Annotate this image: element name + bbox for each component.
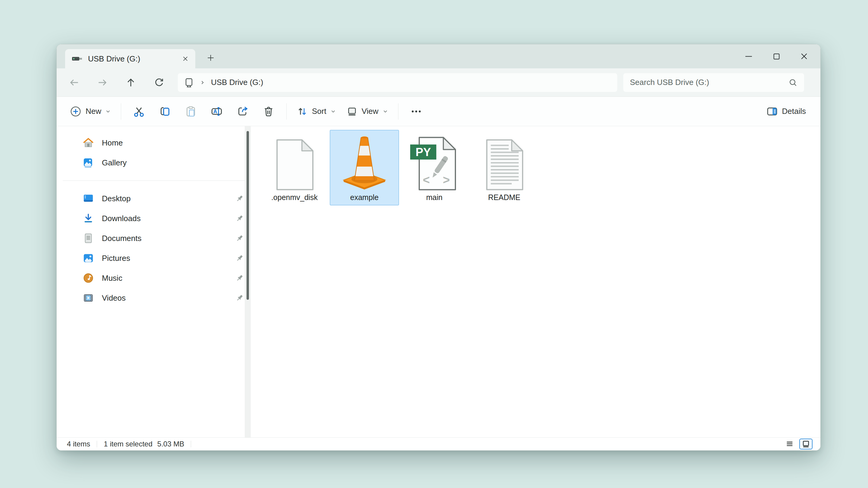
documents-icon [83,233,94,244]
address-bar[interactable]: USB Drive (G:) [178,73,617,92]
videos-icon [83,292,94,304]
vlc-cone-icon [337,132,392,191]
pin-icon[interactable] [235,293,244,302]
pin-icon[interactable] [235,234,244,243]
sidebar-item-desktop[interactable]: Desktop [57,189,252,208]
up-button[interactable] [121,73,141,92]
view-button-label: View [362,107,378,116]
navigation-bar: USB Drive (G:) [57,68,820,97]
search-input[interactable] [630,78,788,87]
file-tile-example[interactable]: example [330,130,399,205]
maximize-button[interactable] [763,44,790,68]
toolbar-divider [286,103,287,120]
view-toggle-group [783,438,812,450]
monitor-icon [184,77,194,88]
gallery-icon [83,157,94,168]
window-controls [735,44,818,68]
pin-icon[interactable] [235,214,244,223]
items-count: 4 items [67,440,90,448]
breadcrumb[interactable]: USB Drive (G:) [211,78,263,87]
sidebar-item-label: Desktop [102,194,235,203]
pin-icon[interactable] [235,194,244,203]
sidebar-item-documents[interactable]: Documents [57,228,252,248]
selection-size: 5.03 MB [157,440,184,448]
sidebar-item-music[interactable]: Music [57,268,252,288]
back-button[interactable] [64,73,84,92]
chevron-down-icon [383,109,388,114]
sidebar-item-videos[interactable]: Videos [57,288,252,308]
details-button-label: Details [782,107,806,116]
music-icon [83,272,94,284]
usb-drive-icon [72,53,83,64]
selection-count: 1 item selected [104,440,152,448]
new-button[interactable]: New [64,101,116,122]
tab-bar: USB Drive (G:) [57,44,820,68]
python-file-icon: < > PY [410,132,458,191]
forward-button[interactable] [93,73,112,92]
pin-icon[interactable] [235,254,244,263]
svg-text:A: A [213,108,217,115]
sidebar-scrollbar-track[interactable] [245,126,251,437]
svg-text:<: < [423,173,430,187]
thumbnail-view-toggle[interactable] [799,438,812,450]
close-button[interactable] [790,44,818,68]
svg-text:PY: PY [415,145,431,158]
copy-button[interactable] [152,101,178,122]
minimize-button[interactable] [735,44,763,68]
sidebar-item-label: Documents [102,234,235,243]
sidebar-item-pictures[interactable]: Pictures [57,248,252,268]
navigation-sidebar: Home Gallery Desktop [57,126,252,437]
sidebar-item-home[interactable]: Home [57,133,252,153]
downloads-icon [83,213,94,224]
file-list-area[interactable]: .openmv_disk [252,126,820,437]
sort-button-label: Sort [312,107,327,116]
rename-button[interactable]: A [204,101,230,122]
plus-circle-icon [70,106,82,117]
tab-close-icon[interactable] [179,52,192,66]
file-tile-readme[interactable]: README [470,130,539,205]
status-divider [191,441,191,447]
search-icon[interactable] [788,78,798,87]
explorer-body: Home Gallery Desktop [57,126,820,437]
status-divider [97,441,97,447]
chevron-right-icon [199,79,206,86]
blank-document-icon [273,132,316,191]
file-tile-openmv-disk[interactable]: .openmv_disk [260,130,329,205]
status-bar: 4 items 1 item selected 5.03 MB [57,437,820,450]
toolbar-divider [121,103,121,120]
sidebar-item-gallery[interactable]: Gallery [57,153,252,173]
paste-button[interactable] [178,101,204,122]
sidebar-item-label: Music [102,273,235,283]
tab-usb-drive[interactable]: USB Drive (G:) [65,49,195,68]
sidebar-separator [63,181,246,181]
file-tile-main[interactable]: < > PY main [400,130,469,205]
details-button[interactable]: Details [761,101,811,122]
delete-button[interactable] [255,101,281,122]
new-tab-button[interactable] [203,50,218,65]
chevron-down-icon [331,109,336,114]
cut-button[interactable] [126,101,152,122]
sidebar-item-label: Home [102,138,244,148]
pin-icon[interactable] [235,273,244,283]
tab-title: USB Drive (G:) [88,54,179,64]
details-pane-icon [767,106,778,117]
view-icon [347,106,358,117]
view-button[interactable]: View [341,101,393,122]
sidebar-item-label: Gallery [102,158,244,167]
svg-text:>: > [443,173,450,187]
sort-button[interactable]: Sort [291,101,341,122]
search-box [623,73,804,92]
share-button[interactable] [230,101,255,122]
file-name: .openmv_disk [271,193,318,202]
sidebar-item-downloads[interactable]: Downloads [57,208,252,228]
sidebar-item-label: Videos [102,293,235,303]
text-document-icon [483,132,526,191]
more-options-button[interactable] [403,101,429,122]
details-view-toggle[interactable] [783,438,796,450]
pictures-icon [83,253,94,264]
sidebar-scrollbar-thumb[interactable] [247,131,249,300]
new-button-label: New [86,107,101,116]
command-toolbar: New A Sort [57,97,820,126]
refresh-button[interactable] [150,73,169,92]
chevron-down-icon [105,109,111,114]
